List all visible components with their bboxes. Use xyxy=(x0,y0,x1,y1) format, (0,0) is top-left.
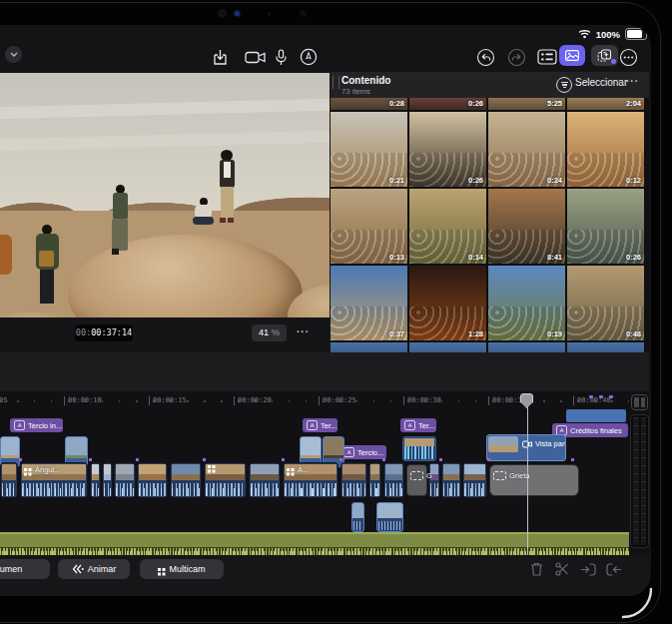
collapse-chevron-button[interactable] xyxy=(5,46,22,63)
media-thumbnail[interactable]: 0:14 xyxy=(409,189,486,264)
clip-duration: 1:28 xyxy=(468,329,483,338)
lumen-button[interactable]: lumen xyxy=(0,559,50,579)
clip-thumbnail xyxy=(488,436,518,452)
storyline-clip[interactable] xyxy=(441,462,461,498)
effects-button[interactable] xyxy=(591,45,618,66)
media-thumbnail[interactable]: 0:21 xyxy=(331,112,407,187)
title-clip[interactable]: ATercio in... xyxy=(10,418,63,432)
storyline-clip[interactable] xyxy=(102,462,113,498)
pencil-tools-button[interactable] xyxy=(300,46,318,68)
playhead-handle[interactable] xyxy=(520,393,533,408)
export-button[interactable] xyxy=(213,46,228,68)
storyline-gray-clip[interactable]: G xyxy=(406,464,427,496)
zoom-level-button[interactable]: 41 % xyxy=(252,324,287,341)
multicam-button[interactable]: Multicam xyxy=(140,559,224,579)
media-thumbnail[interactable]: 0:26 xyxy=(409,112,486,187)
audio-waveform-tall xyxy=(443,488,459,496)
select-button[interactable]: Seleccionar xyxy=(575,77,627,88)
media-browser-button[interactable] xyxy=(559,45,585,66)
content-more-button[interactable]: ··· xyxy=(626,76,639,87)
title-clip[interactable]: ATer... xyxy=(303,418,337,432)
media-thumbnail[interactable] xyxy=(409,342,486,352)
audio-waveform-tall xyxy=(116,488,134,496)
clip-thumb-strip xyxy=(370,464,379,480)
undo-button[interactable] xyxy=(476,46,495,68)
audio-waveform-tall xyxy=(370,488,379,496)
camera-button[interactable] xyxy=(245,46,267,68)
media-thumbnail[interactable]: 0:37 xyxy=(331,266,407,340)
ruler-label: 00:00:30 xyxy=(403,396,441,405)
storyline-clip[interactable] xyxy=(0,462,18,498)
media-thumbnail[interactable] xyxy=(331,342,407,352)
media-thumbnail[interactable]: 0:19 xyxy=(488,266,565,340)
filter-icon[interactable] xyxy=(556,77,572,93)
media-thumbnail[interactable]: 0:13 xyxy=(331,189,407,264)
storyline-clip[interactable]: Ángul... xyxy=(20,462,88,498)
panel-drag-handle[interactable] xyxy=(333,76,339,89)
connected-audio-clip[interactable] xyxy=(402,436,436,461)
storyline-clip[interactable] xyxy=(249,462,281,498)
clip-thumb-strip xyxy=(443,464,459,480)
storyline-clip[interactable] xyxy=(368,462,381,498)
storyline-clip[interactable] xyxy=(137,462,168,498)
microphone-button[interactable] xyxy=(276,46,287,68)
video-camera-icon xyxy=(245,50,267,65)
audio-waveform-tall xyxy=(430,488,438,496)
redo-icon xyxy=(507,48,526,67)
title-clip-label: Tercio... xyxy=(357,448,383,457)
connected-clip-below[interactable] xyxy=(376,502,403,532)
title-clip[interactable]: ATercio... xyxy=(339,445,386,459)
edit-marker xyxy=(487,458,490,461)
clip-duration: 0:37 xyxy=(389,329,404,338)
media-thumbnail[interactable]: 8:41 xyxy=(488,189,565,264)
storyline-clip[interactable] xyxy=(462,462,487,498)
media-thumbnail[interactable]: 0:26 xyxy=(409,98,486,110)
timecode-value: 00:37:14 xyxy=(91,327,132,337)
inspector-button[interactable] xyxy=(537,46,557,68)
storyline-clip[interactable] xyxy=(204,462,247,498)
title-clip-label: Ter... xyxy=(321,421,336,430)
placeholder-icon xyxy=(493,471,506,480)
clip-duration: 5:25 xyxy=(547,99,562,108)
title-clip-label: Créditos finales xyxy=(570,426,622,435)
split-button[interactable] xyxy=(554,561,570,577)
storyline-clip[interactable]: Á... xyxy=(283,462,338,498)
media-thumbnail[interactable]: 1:28 xyxy=(409,266,486,340)
chevron-down-icon xyxy=(10,52,18,57)
media-thumbnail[interactable] xyxy=(567,342,644,352)
storyline-clip[interactable] xyxy=(90,462,101,498)
title-clip[interactable]: ATer... xyxy=(400,418,436,432)
connected-bar-clip[interactable] xyxy=(566,409,626,422)
connected-clip-below[interactable] xyxy=(351,502,364,532)
media-thumbnail[interactable]: 0:24 xyxy=(488,112,565,187)
animar-button[interactable]: Animar xyxy=(58,559,130,579)
media-thumbnail[interactable]: 0:26 xyxy=(567,189,644,264)
audio-track[interactable] xyxy=(0,532,629,555)
more-toolbar-button[interactable] xyxy=(619,46,638,68)
playhead-line[interactable] xyxy=(527,393,529,555)
storyline-clip[interactable] xyxy=(114,462,136,498)
timeline[interactable]: 0500:00:1000:00:1500:00:2000:00:2500:00:… xyxy=(0,391,649,555)
button-label: Animar xyxy=(88,564,117,574)
redo-button[interactable] xyxy=(507,46,526,68)
storyline-clip[interactable] xyxy=(383,462,404,498)
ruler-marker xyxy=(609,395,613,398)
storyline-clip[interactable] xyxy=(170,462,202,498)
clip-duration: 0:12 xyxy=(626,176,641,185)
storyline-clip[interactable] xyxy=(340,462,367,498)
viewer-more-button[interactable]: ··· xyxy=(297,326,310,337)
media-thumbnail[interactable] xyxy=(488,342,565,352)
media-thumbnail[interactable]: 0:48 xyxy=(567,266,644,340)
storyline-clip-selected[interactable]: Grieta xyxy=(489,464,579,496)
storyline-clip[interactable] xyxy=(428,462,440,498)
media-thumbnail[interactable]: 0:28 xyxy=(331,98,407,110)
clip-label-row: G xyxy=(410,471,432,480)
delete-button[interactable] xyxy=(528,561,544,577)
media-thumbnail[interactable]: 5:25 xyxy=(488,98,565,110)
audio-meter-icon[interactable] xyxy=(631,394,648,410)
media-thumbnail[interactable]: 0:12 xyxy=(567,112,644,187)
device-frame: 100% xyxy=(0,0,672,624)
insert-clip-button[interactable] xyxy=(580,561,596,577)
media-thumbnail[interactable]: 2:04 xyxy=(567,98,644,110)
timecode-display[interactable]: 00:00:37:14 xyxy=(75,324,133,341)
